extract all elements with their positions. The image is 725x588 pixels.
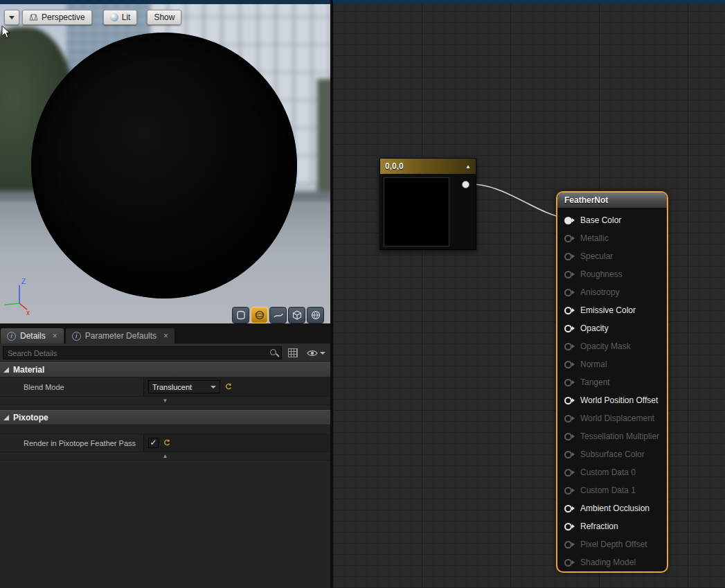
sphere-preview-button[interactable]	[251, 307, 268, 323]
material-input-pin[interactable]: Roughness	[557, 265, 667, 283]
material-input-pin[interactable]: Ambient Occlusion	[557, 499, 667, 517]
expanded-arrow-icon	[3, 415, 9, 420]
material-input-pin[interactable]: Opacity Mask	[557, 337, 667, 355]
material-input-pin[interactable]: Normal	[557, 355, 667, 373]
viewport-toolbar: Perspective Lit Show	[4, 10, 181, 25]
details-panel: i Details × i Parameter Defaults ×	[0, 323, 330, 588]
material-preview-sphere	[31, 33, 297, 299]
pin-circle-icon[interactable]	[564, 397, 572, 404]
preview-viewport[interactable]: Perspective Lit Show Z x	[0, 4, 330, 323]
property-matrix-button[interactable]	[285, 346, 301, 360]
pin-circle-icon[interactable]	[564, 433, 572, 440]
section-title: Material	[13, 365, 44, 375]
pin-circle-icon[interactable]	[564, 271, 572, 278]
reset-to-default-icon[interactable]	[163, 439, 170, 447]
pin-circle-icon[interactable]	[564, 541, 572, 549]
constant-node[interactable]: 0,0,0 ▲	[379, 158, 476, 250]
advanced-expander[interactable]: ▼	[0, 397, 330, 405]
perspective-button[interactable]: Perspective	[22, 10, 92, 25]
pin-label: Custom Data 0	[580, 467, 636, 477]
pin-circle-icon[interactable]	[564, 253, 572, 260]
pin-circle-icon[interactable]	[564, 415, 572, 422]
lit-sphere-icon	[110, 13, 118, 21]
pin-circle-icon[interactable]	[564, 487, 572, 495]
material-input-pin[interactable]: Base Color	[557, 211, 667, 229]
pin-label: World Displacement	[580, 413, 654, 423]
section-material[interactable]: Material	[0, 362, 330, 377]
constant-node-header[interactable]: 0,0,0 ▲	[380, 159, 476, 174]
constant-output-pin[interactable]	[462, 181, 469, 188]
view-options-button[interactable]	[304, 346, 328, 360]
material-input-pin[interactable]: Opacity	[557, 319, 667, 337]
blend-mode-dropdown[interactable]: Translucent	[148, 380, 220, 393]
cube-icon	[292, 310, 303, 321]
pin-label: Refraction	[580, 522, 618, 531]
constant-node-title: 0,0,0	[385, 161, 404, 171]
material-input-pin[interactable]: Tangent	[557, 373, 667, 391]
material-input-pin[interactable]: Refraction	[557, 517, 667, 535]
reset-to-default-icon[interactable]	[224, 383, 232, 391]
feather-pass-checkbox[interactable]: ✓	[148, 438, 159, 448]
pin-label: Specular	[580, 251, 613, 261]
section-pixotope[interactable]: Pixotope	[0, 410, 330, 425]
chevron-down-icon	[211, 386, 216, 389]
cylinder-preview-button[interactable]	[232, 307, 249, 323]
material-input-pin[interactable]: Pixel Depth Offset	[557, 535, 667, 553]
expanded-arrow-icon	[3, 367, 9, 373]
tab-details[interactable]: i Details ×	[1, 328, 64, 344]
pin-label: Tangent	[580, 377, 610, 387]
pin-circle-icon[interactable]	[564, 505, 572, 513]
pin-circle-icon[interactable]	[564, 325, 572, 332]
close-icon[interactable]: ×	[163, 331, 168, 341]
tab-label: Parameter Defaults	[85, 331, 156, 341]
pin-label: Metallic	[580, 233, 609, 243]
pin-circle-icon[interactable]	[564, 469, 572, 476]
show-button[interactable]: Show	[147, 10, 181, 25]
pin-circle-icon[interactable]	[564, 217, 572, 224]
x-axis-label: x	[26, 309, 30, 316]
pin-label: Pixel Depth Offset	[580, 540, 647, 549]
pin-circle-icon[interactable]	[564, 361, 572, 368]
material-input-pin[interactable]: Custom Data 0	[557, 463, 667, 481]
material-input-pin[interactable]: World Displacement	[557, 409, 667, 427]
collapse-expander[interactable]: ▲	[0, 452, 330, 461]
lit-button[interactable]: Lit	[103, 10, 138, 25]
material-input-pin[interactable]: Custom Data 1	[557, 481, 667, 499]
material-sphere-icon	[310, 310, 321, 321]
material-output-node[interactable]: FeatherNot Base Color Metallic	[556, 191, 668, 573]
show-label: Show	[154, 12, 174, 22]
material-input-pin[interactable]: Shading Model	[557, 553, 667, 571]
info-icon: i	[72, 332, 81, 341]
material-graph-canvas[interactable]: 0,0,0 ▲ FeatherNot Base Color	[333, 4, 725, 588]
pin-label: Subsurface Color	[580, 449, 645, 459]
material-input-pin[interactable]: Anisotropy	[557, 283, 667, 301]
pin-circle-icon[interactable]	[564, 523, 572, 531]
pin-circle-icon[interactable]	[564, 289, 572, 296]
pin-circle-icon[interactable]	[564, 343, 572, 350]
pin-circle-icon[interactable]	[564, 559, 572, 567]
cube-preview-button[interactable]	[288, 307, 305, 323]
plane-preview-button[interactable]	[269, 307, 287, 323]
material-input-pin[interactable]: Tessellation Multiplier	[557, 427, 667, 445]
collapse-icon[interactable]: ▲	[465, 163, 471, 170]
material-sphere-preview-button[interactable]	[307, 307, 324, 323]
search-icon	[270, 349, 276, 355]
z-axis-label: Z	[21, 278, 26, 285]
material-input-pin[interactable]: Subsurface Color	[557, 445, 667, 463]
close-icon[interactable]: ×	[53, 331, 57, 341]
material-input-pin[interactable]: Specular	[557, 247, 667, 265]
viewport-options-button[interactable]	[4, 10, 19, 25]
search-input[interactable]	[3, 346, 282, 359]
material-input-pin[interactable]: World Position Offset	[557, 391, 667, 409]
details-tabbar: i Details × i Parameter Defaults ×	[0, 323, 330, 344]
material-output-header[interactable]: FeatherNot	[557, 193, 667, 208]
pin-circle-icon[interactable]	[564, 451, 572, 458]
material-input-pin[interactable]: Metallic	[557, 229, 667, 247]
pin-circle-icon[interactable]	[564, 235, 572, 242]
material-input-pin[interactable]: Emissive Color	[557, 301, 667, 319]
pin-circle-icon[interactable]	[564, 379, 572, 386]
pin-circle-icon[interactable]	[564, 307, 572, 314]
chevron-up-icon: ▲	[163, 453, 168, 459]
tab-parameter-defaults[interactable]: i Parameter Defaults ×	[66, 328, 174, 344]
chevron-down-icon	[9, 16, 15, 19]
